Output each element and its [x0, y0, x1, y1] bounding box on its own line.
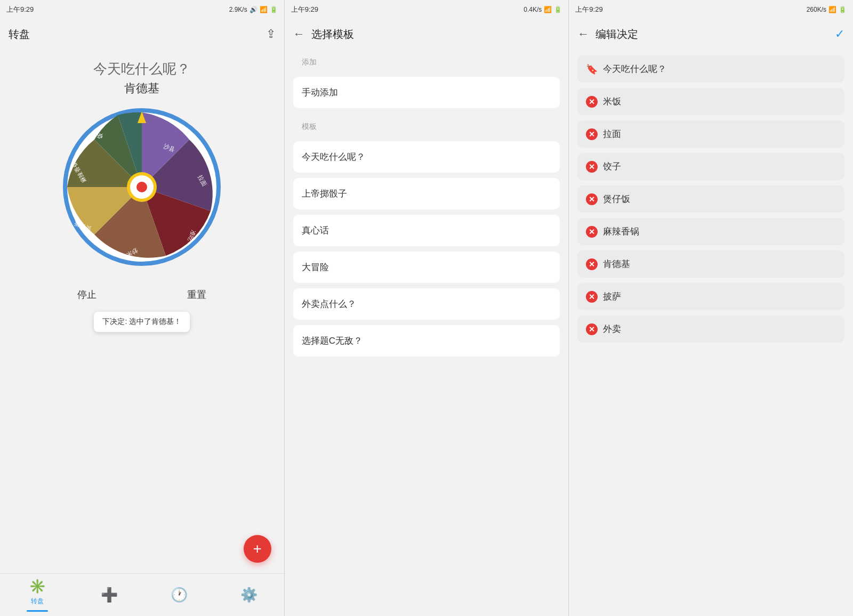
battery-icon-2: 🔋	[554, 6, 562, 13]
add-fab-button[interactable]: +	[244, 535, 271, 563]
remove-btn-2[interactable]: ✕	[586, 161, 598, 173]
edit-item-text-2: 饺子	[603, 160, 621, 173]
back-icon-2[interactable]: ←	[293, 27, 305, 41]
status-right-2: 0.4K/s 📶 🔋	[524, 6, 562, 13]
top-bar-left-2: ← 选择模板	[293, 27, 354, 42]
template-list: 添加 手动添加 模板 今天吃什么呢？ 上帝掷骰子 真心话 大冒险 外卖点什么？ …	[285, 49, 569, 616]
bottom-nav: ✳️ 转盘 ➕ 🕐 ⚙️	[0, 573, 284, 616]
time-label-3: 上午9:29	[575, 5, 602, 14]
edit-item-text-7: 外卖	[603, 323, 621, 335]
template-text-0: 今天吃什么呢？	[302, 152, 365, 162]
template-item-1[interactable]: 上帝掷骰子	[293, 178, 560, 209]
edit-title-item: 🔖 今天吃什么呢？	[577, 55, 844, 83]
edit-title-text: 今天吃什么呢？	[603, 63, 666, 75]
remove-btn-3[interactable]: ✕	[586, 193, 598, 205]
template-text-3: 大冒险	[302, 262, 329, 272]
edit-item-text-0: 米饭	[603, 95, 621, 108]
status-right-3: 260K/s 📶 🔋	[807, 6, 847, 13]
add-nav-icon: ➕	[101, 587, 118, 603]
edit-item-6: ✕ 披萨	[577, 283, 844, 310]
wheel-nav-icon: ✳️	[29, 578, 46, 595]
remove-btn-7[interactable]: ✕	[586, 323, 598, 335]
template-text-1: 上帝掷骰子	[302, 189, 347, 199]
nav-item-history[interactable]: 🕐	[171, 587, 188, 603]
nav-label-wheel: 转盘	[31, 597, 44, 606]
remove-btn-6[interactable]: ✕	[586, 291, 598, 303]
template-item-5[interactable]: 选择题C无敌？	[293, 325, 560, 356]
toast-text: 下决定: 选中了肯德基！	[102, 317, 181, 326]
edit-item-3: ✕ 煲仔饭	[577, 185, 844, 213]
top-bar-2: ← 选择模板	[285, 19, 569, 49]
back-icon-3[interactable]: ←	[577, 27, 589, 41]
wheel-question: 今天吃什么呢？	[93, 60, 190, 78]
edit-panel: 上午9:29 260K/s 📶 🔋 ← 编辑决定 ✓ 🔖 今天吃什么呢？ ✕ 米…	[568, 0, 853, 616]
signal-icon-1: 🔊	[250, 6, 257, 13]
status-bar-2: 上午9:29 0.4K/s 📶 🔋	[285, 0, 569, 19]
template-item-0[interactable]: 今天吃什么呢？	[293, 141, 560, 173]
remove-btn-5[interactable]: ✕	[586, 258, 598, 270]
stop-button[interactable]: 停止	[77, 288, 96, 301]
template-item-2[interactable]: 真心话	[293, 215, 560, 246]
status-right-1: 2.9K/s 🔊 📶 🔋	[229, 6, 278, 13]
nav-item-wheel[interactable]: ✳️ 转盘	[27, 578, 48, 612]
battery-icon-1: 🔋	[270, 6, 278, 13]
confirm-icon[interactable]: ✓	[835, 27, 844, 41]
speed-label-3: 260K/s	[807, 6, 826, 13]
status-time-3: 上午9:29	[575, 5, 602, 14]
top-bar-3: ← 编辑决定 ✓	[569, 19, 853, 49]
bookmark-icon: 🔖	[586, 63, 598, 75]
speed-label-2: 0.4K/s	[524, 6, 542, 13]
edit-item-7: ✕ 外卖	[577, 315, 844, 343]
template-section-label: 模板	[293, 114, 560, 136]
edit-item-2: ✕ 饺子	[577, 153, 844, 180]
decision-toast: 下决定: 选中了肯德基！	[94, 312, 190, 332]
remove-btn-0[interactable]: ✕	[586, 96, 598, 108]
edit-item-4: ✕ 麻辣香锅	[577, 218, 844, 245]
edit-item-1: ✕ 拉面	[577, 120, 844, 148]
template-item-3[interactable]: 大冒险	[293, 252, 560, 283]
settings-nav-icon: ⚙️	[240, 587, 257, 603]
history-nav-icon: 🕐	[171, 587, 188, 603]
signal-icon-2: 📶	[544, 6, 552, 13]
page-title-2: 选择模板	[311, 27, 354, 42]
status-bar-1: 上午9:29 2.9K/s 🔊 📶 🔋	[0, 0, 284, 19]
manual-add-text: 手动添加	[302, 87, 338, 98]
template-text-2: 真心话	[302, 225, 329, 236]
wheel-panel: 上午9:29 2.9K/s 🔊 📶 🔋 转盘 ⇪ 今天吃什么呢？ 肯德基	[0, 0, 284, 616]
remove-btn-4[interactable]: ✕	[586, 226, 598, 238]
time-label-2: 上午9:29	[291, 5, 318, 14]
top-bar-right-3: ✓	[835, 27, 844, 41]
remove-btn-1[interactable]: ✕	[586, 128, 598, 140]
manual-add-item[interactable]: 手动添加	[293, 77, 560, 108]
template-panel: 上午9:29 0.4K/s 📶 🔋 ← 选择模板 添加 手动添加 模板 今天吃什…	[284, 0, 569, 616]
battery-icon-3: 🔋	[839, 6, 847, 13]
wheel-result: 肯德基	[124, 80, 159, 96]
top-bar-left-3: ← 编辑决定	[577, 27, 638, 42]
wifi-icon-1: 📶	[260, 6, 268, 13]
template-text-5: 选择题C无敌？	[302, 336, 363, 346]
edit-list: 🔖 今天吃什么呢？ ✕ 米饭 ✕ 拉面 ✕ 饺子 ✕ 煲仔饭 ✕ 麻辣香锅 ✕ …	[569, 49, 853, 616]
time-label-1: 上午9:29	[6, 5, 34, 14]
nav-item-settings[interactable]: ⚙️	[240, 587, 257, 603]
share-icon[interactable]: ⇪	[266, 27, 276, 41]
nav-item-add[interactable]: ➕	[101, 587, 118, 603]
svg-text:饭: 饭	[96, 133, 103, 140]
wheel-container: 今天吃什么呢？ 肯德基	[0, 49, 284, 573]
wheel-svg[interactable]: 沙县 拉面 准吃 炒米 煲仔饭 麻辣香锅 饭	[62, 107, 222, 267]
svg-point-12	[136, 182, 147, 192]
nav-underline	[27, 610, 48, 612]
top-bar-1: 转盘 ⇪	[0, 19, 284, 49]
edit-item-text-4: 麻辣香锅	[603, 225, 639, 238]
template-text-4: 外卖点什么？	[302, 299, 356, 309]
edit-item-text-6: 披萨	[603, 290, 621, 303]
wheel-controls: 停止 重置	[0, 278, 284, 312]
status-time-2: 上午9:29	[291, 5, 318, 14]
signal-icon-3: 📶	[828, 6, 836, 13]
reset-button[interactable]: 重置	[187, 288, 206, 301]
page-title-1: 转盘	[9, 27, 30, 42]
edit-item-5: ✕ 肯德基	[577, 250, 844, 278]
edit-item-text-5: 肯德基	[603, 258, 630, 270]
status-time-1: 上午9:29	[6, 5, 34, 14]
edit-item-0: ✕ 米饭	[577, 88, 844, 115]
template-item-4[interactable]: 外卖点什么？	[293, 288, 560, 320]
